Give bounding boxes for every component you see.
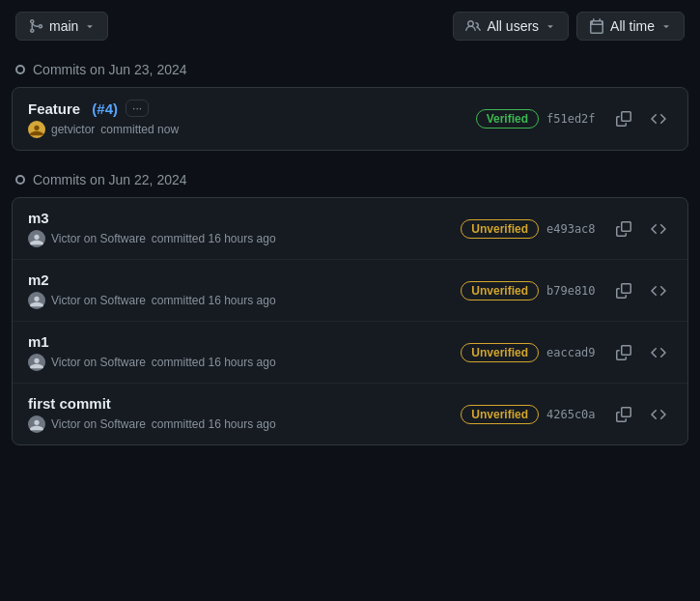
- commit-hash-m2: b79e810: [546, 284, 602, 298]
- featured-commit-pr[interactable]: (#4): [92, 100, 118, 117]
- commit-meta-first: Victor on Software committed 16 hours ag…: [28, 415, 461, 433]
- commit-row-m1: m1 Victor on Software committed 16 hours…: [13, 322, 687, 384]
- top-bar: main All users All time: [0, 0, 700, 52]
- commit-meta-m3: Victor on Software committed 16 hours ag…: [28, 230, 461, 247]
- browse-files-button-m1[interactable]: [645, 339, 672, 366]
- copy-hash-button-first[interactable]: [610, 401, 637, 428]
- commit-author-m2: Victor on Software: [51, 294, 146, 307]
- copy-hash-button-m2[interactable]: [610, 277, 637, 304]
- commit-time-first: committed 16 hours ago: [152, 417, 276, 431]
- commit-hash-m1: eaccad9: [546, 346, 602, 359]
- commit-avatar-first: [28, 415, 45, 433]
- browse-files-button-m2[interactable]: [645, 277, 672, 304]
- commit-left-m2: m2 Victor on Software committed 16 hours…: [28, 272, 461, 309]
- commit-title-m3: m3: [28, 210, 461, 226]
- commit-right-m2: Unverified b79e810: [461, 277, 672, 304]
- all-users-label: All users: [487, 18, 539, 34]
- copy-hash-button-m1[interactable]: [610, 339, 637, 366]
- commit-title-text-m1: m1: [28, 333, 49, 350]
- commit-title-m2: m2: [28, 272, 461, 288]
- commit-meta-m1: Victor on Software committed 16 hours ag…: [28, 354, 461, 371]
- copy-icon-m1: [616, 345, 631, 360]
- browse-files-button[interactable]: [645, 105, 672, 132]
- all-users-filter[interactable]: All users: [453, 12, 569, 41]
- unverified-badge-m2: Unverified: [461, 281, 539, 300]
- commit-right-first: Unverified 4265c0a: [461, 401, 672, 428]
- code-icon: [651, 111, 666, 127]
- commits-group: m3 Victor on Software committed 16 hours…: [12, 197, 688, 445]
- code-icon-m3: [651, 221, 666, 237]
- commit-hash-m3: e493ac8: [546, 222, 602, 236]
- commit-time-m1: committed 16 hours ago: [152, 356, 276, 369]
- copy-icon-m2: [616, 283, 631, 299]
- calendar-icon: [589, 18, 604, 34]
- featured-commit-title-text: Feature: [28, 100, 84, 117]
- featured-commit-row: Feature (#4) ··· getvictor committed now…: [13, 88, 687, 150]
- date-header-jun22: Commits on Jun 22, 2024: [0, 162, 700, 197]
- featured-commit-author: getvictor: [51, 123, 95, 136]
- branch-icon: [28, 18, 43, 34]
- featured-commit-avatar: [28, 121, 45, 138]
- featured-commit-left: Feature (#4) ··· getvictor committed now: [28, 100, 476, 138]
- date-label-jun23: Commits on Jun 23, 2024: [33, 62, 187, 77]
- commit-time-m2: committed 16 hours ago: [152, 294, 276, 307]
- featured-commit-title: Feature (#4) ···: [28, 100, 476, 117]
- filter-buttons: All users All time: [453, 12, 685, 41]
- featured-commit-ellipsis[interactable]: ···: [126, 100, 149, 117]
- branch-selector[interactable]: main: [15, 12, 108, 41]
- commit-hash-first: 4265c0a: [546, 408, 602, 421]
- all-time-label: All time: [610, 18, 655, 34]
- browse-files-button-m3[interactable]: [645, 215, 672, 243]
- commit-avatar-m3: [28, 230, 45, 247]
- code-icon-first: [651, 407, 666, 422]
- commit-dot-icon-2: [15, 175, 25, 185]
- users-icon: [465, 18, 481, 34]
- featured-commit-right: Verified f51ed2f: [476, 105, 672, 132]
- commit-right-m3: Unverified e493ac8: [461, 215, 672, 243]
- unverified-badge-m1: Unverified: [461, 343, 539, 362]
- code-icon-m2: [651, 283, 666, 299]
- all-time-filter[interactable]: All time: [576, 12, 685, 41]
- commit-right-m1: Unverified eaccad9: [461, 339, 672, 366]
- commit-title-text-m2: m2: [28, 272, 49, 288]
- commit-title-first: first commit: [28, 395, 461, 412]
- commit-author-first: Victor on Software: [51, 417, 146, 431]
- code-icon-m1: [651, 345, 666, 360]
- commit-title-text-first: first commit: [28, 395, 111, 412]
- commit-author-m3: Victor on Software: [51, 232, 146, 245]
- commit-avatar-m1: [28, 354, 45, 371]
- commit-title-text-m3: m3: [28, 210, 49, 226]
- copy-hash-button[interactable]: [610, 105, 637, 132]
- browse-files-button-first[interactable]: [645, 401, 672, 428]
- commit-dot-icon: [15, 65, 25, 74]
- copy-icon: [616, 111, 631, 127]
- featured-commit-hash: f51ed2f: [546, 112, 602, 126]
- verified-badge: Verified: [476, 109, 539, 129]
- commit-left-m1: m1 Victor on Software committed 16 hours…: [28, 333, 461, 371]
- unverified-badge-first: Unverified: [461, 405, 539, 424]
- commit-time-m3: committed 16 hours ago: [152, 232, 276, 245]
- copy-icon-first: [616, 407, 631, 422]
- commit-row-m2: m2 Victor on Software committed 16 hours…: [13, 260, 687, 322]
- branch-label: main: [49, 18, 78, 34]
- featured-commit-time: committed now: [100, 123, 179, 136]
- commit-avatar-m2: [28, 292, 45, 309]
- commit-author-m1: Victor on Software: [51, 356, 146, 369]
- commit-row-m3: m3 Victor on Software committed 16 hours…: [13, 198, 687, 260]
- date-label-jun22: Commits on Jun 22, 2024: [33, 172, 187, 187]
- commit-left-first: first commit Victor on Software committe…: [28, 395, 461, 433]
- date-header-jun23: Commits on Jun 23, 2024: [0, 52, 700, 87]
- chevron-down-icon-2: [545, 20, 556, 32]
- featured-commit-meta: getvictor committed now: [28, 121, 476, 138]
- copy-hash-button-m3[interactable]: [610, 215, 637, 243]
- copy-icon-m3: [616, 221, 631, 237]
- unverified-badge-m3: Unverified: [461, 219, 539, 239]
- commit-row-first: first commit Victor on Software committe…: [13, 384, 687, 444]
- chevron-down-icon-3: [660, 20, 672, 32]
- chevron-down-icon: [84, 20, 96, 32]
- commit-left-m3: m3 Victor on Software committed 16 hours…: [28, 210, 461, 247]
- featured-commit-group: Feature (#4) ··· getvictor committed now…: [12, 87, 688, 151]
- commit-title-m1: m1: [28, 333, 461, 350]
- commit-meta-m2: Victor on Software committed 16 hours ag…: [28, 292, 461, 309]
